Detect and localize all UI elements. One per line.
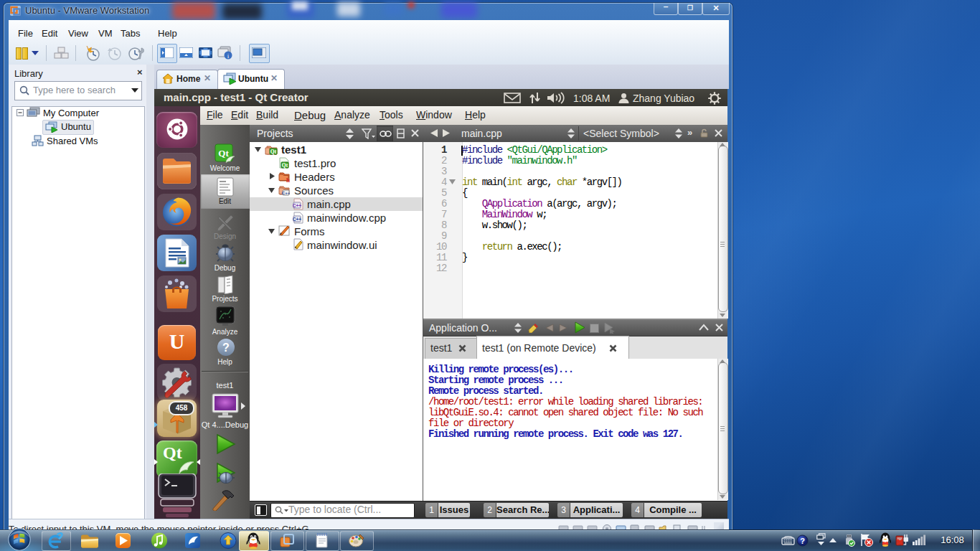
svg-text:h: h (286, 176, 290, 182)
svg-text:C++: C++ (282, 191, 290, 195)
svg-text:?: ? (800, 537, 805, 545)
svg-text:C++: C++ (293, 203, 301, 208)
svg-text:Qt: Qt (282, 162, 288, 169)
svg-text:Qt: Qt (218, 148, 229, 159)
svg-text:?: ? (222, 342, 230, 354)
svg-text:Qt: Qt (270, 149, 277, 155)
svg-text:C++: C++ (293, 217, 301, 222)
